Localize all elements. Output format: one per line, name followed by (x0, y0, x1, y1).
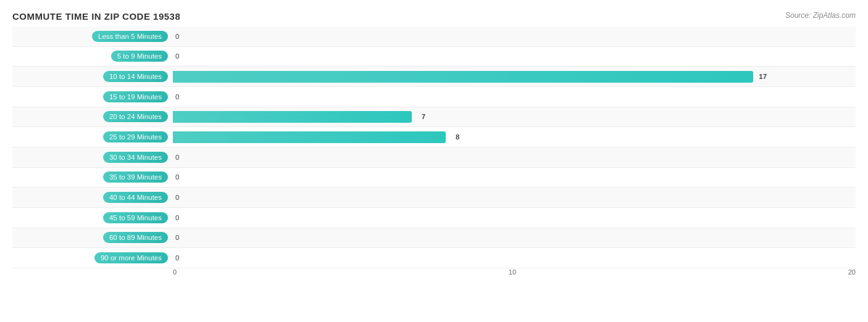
source-text: Source: ZipAtlas.com (785, 11, 856, 20)
bar-label: 30 to 34 Minutes (12, 152, 173, 163)
label-pill: 35 to 39 Minutes (103, 171, 168, 183)
bar-track: 0 (173, 27, 856, 46)
bar-label: 5 to 9 Minutes (12, 51, 173, 62)
bar-label: 20 to 24 Minutes (12, 111, 173, 122)
bar-row: 30 to 34 Minutes0 (12, 147, 856, 168)
bar-track: 0 (173, 87, 856, 107)
bar-row: 40 to 44 Minutes0 (12, 188, 856, 208)
bar-label: 40 to 44 Minutes (12, 192, 173, 203)
chart-area: Less than 5 Minutes05 to 9 Minutes010 to… (12, 27, 856, 282)
bar-track: 17 (173, 67, 856, 86)
bar-row: 20 to 24 Minutes7 (12, 107, 856, 128)
bar-track: 8 (173, 127, 856, 147)
bar-label: 45 to 59 Minutes (12, 212, 173, 223)
bar-label: 35 to 39 Minutes (12, 171, 173, 183)
bar-value: 8 (456, 133, 459, 141)
bar-row: 35 to 39 Minutes0 (12, 168, 856, 188)
x-tick-10: 10 (509, 268, 516, 276)
bar-track: 0 (173, 208, 856, 228)
bar-label: Less than 5 Minutes (12, 31, 173, 42)
x-axis: 0 10 20 (173, 268, 856, 282)
label-pill: 20 to 24 Minutes (103, 111, 168, 122)
bar-value-zero: 0 (175, 93, 179, 101)
bar-value-zero: 0 (175, 254, 179, 262)
bar-value: 17 (759, 73, 767, 80)
bar-row: 45 to 59 Minutes0 (12, 208, 856, 228)
bar-track: 0 (173, 248, 856, 268)
label-pill: 45 to 59 Minutes (103, 212, 168, 223)
label-pill: 25 to 29 Minutes (103, 131, 168, 142)
bar-value-zero: 0 (175, 52, 179, 60)
bar-label: 10 to 14 Minutes (12, 71, 173, 82)
label-pill: 60 to 89 Minutes (103, 232, 168, 243)
label-pill: 40 to 44 Minutes (103, 192, 168, 203)
bar-track: 0 (173, 147, 856, 167)
bar-track: 0 (173, 47, 856, 67)
bar-row: 60 to 89 Minutes0 (12, 228, 856, 249)
bar-fill: 17 (173, 71, 753, 83)
bar-label: 90 or more Minutes (12, 252, 173, 263)
label-pill: Less than 5 Minutes (92, 31, 168, 42)
label-pill: 90 or more Minutes (94, 252, 168, 263)
bar-row: 25 to 29 Minutes8 (12, 127, 856, 147)
rows-container: Less than 5 Minutes05 to 9 Minutes010 to… (12, 27, 856, 268)
chart-container: COMMUTE TIME IN ZIP CODE 19538 Source: Z… (0, 0, 868, 322)
bar-fill: 8 (173, 131, 446, 143)
bar-value-zero: 0 (175, 33, 179, 40)
bar-value-zero: 0 (175, 194, 179, 201)
chart-title: COMMUTE TIME IN ZIP CODE 19538 (12, 11, 856, 22)
bar-row: Less than 5 Minutes0 (12, 27, 856, 47)
bar-row: 15 to 19 Minutes0 (12, 87, 856, 107)
bar-fill: 7 (173, 111, 412, 123)
bar-value: 7 (422, 113, 425, 120)
bar-track: 0 (173, 228, 856, 248)
bar-track: 0 (173, 188, 856, 207)
bar-track: 7 (173, 107, 856, 127)
bar-value-zero: 0 (175, 234, 179, 241)
label-pill: 30 to 34 Minutes (103, 152, 168, 163)
bar-label: 60 to 89 Minutes (12, 232, 173, 243)
label-pill: 15 to 19 Minutes (103, 91, 168, 102)
label-pill: 10 to 14 Minutes (103, 71, 168, 82)
bar-label: 25 to 29 Minutes (12, 131, 173, 142)
bar-track: 0 (173, 168, 856, 188)
bar-row: 5 to 9 Minutes0 (12, 47, 856, 67)
bar-value-zero: 0 (175, 173, 179, 181)
x-tick-20: 20 (848, 268, 856, 276)
x-tick-0: 0 (173, 268, 177, 276)
bar-row: 90 or more Minutes0 (12, 248, 856, 268)
bar-value-zero: 0 (175, 154, 179, 161)
bar-value-zero: 0 (175, 214, 179, 221)
bar-label: 15 to 19 Minutes (12, 91, 173, 102)
label-pill: 5 to 9 Minutes (111, 51, 168, 62)
bar-row: 10 to 14 Minutes17 (12, 67, 856, 87)
